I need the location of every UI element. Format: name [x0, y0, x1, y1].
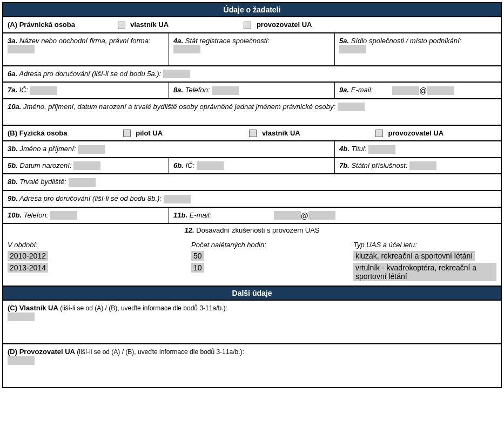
section-a-row: (A) Právnická osoba vlastník UA provozov…: [3, 17, 501, 33]
exp-col1-header: V období:: [8, 240, 191, 250]
field-10b: 10b. Telefon:: [3, 207, 169, 223]
field-10a: 10a. Jméno, příjmení, datum narození a t…: [3, 99, 501, 125]
exp-row1-type[interactable]: vrtulník - kvadrokoptéra, rekreační a sp…: [353, 263, 496, 281]
input-6a[interactable]: [163, 70, 190, 78]
exp-row1-hours[interactable]: 10: [191, 263, 204, 273]
input-9a-right[interactable]: [427, 86, 454, 95]
input-4b[interactable]: [368, 145, 395, 154]
section-a-title: (A) Právnická osoba: [8, 21, 75, 29]
applicant-header: Údaje o žadateli: [3, 3, 501, 17]
input-5a[interactable]: [339, 45, 366, 53]
section-d-note: (liší-li se od (A) / (B), uveďte informa…: [75, 348, 244, 356]
at-symbol: @: [419, 86, 427, 95]
exp-row0-hours[interactable]: 50: [191, 251, 204, 261]
input-9a-left[interactable]: [392, 86, 419, 95]
input-d[interactable]: [8, 356, 35, 365]
form-container: Údaje o žadateli (A) Právnická osoba vla…: [2, 2, 502, 388]
section-c-note: (liší-li se od (A) / (B), uveďte informa…: [58, 304, 227, 312]
field-4b: 4b. Titul:: [335, 141, 501, 158]
section-d-title: (D) Provozovatel UA: [8, 348, 75, 356]
experience-header: 12. Dosavadní zkušenosti s provozem UAS: [3, 223, 501, 236]
input-10b[interactable]: [50, 211, 77, 220]
experience-block: V období: Počet nalétaných hodin: Typ UA…: [3, 236, 501, 286]
checkbox-a-owner[interactable]: [118, 22, 125, 29]
other-header: Další údaje: [3, 286, 501, 300]
field-6a: 6a. Adresa pro doručování (liší-li se od…: [3, 66, 501, 82]
field-9a: 9a. E-mail: @: [335, 83, 501, 99]
checkbox-b-owner-label: vlastník UA: [262, 129, 300, 137]
input-5b[interactable]: [73, 161, 100, 170]
input-c[interactable]: [8, 312, 35, 321]
field-5a: 5a. Sídlo společnosti / místo podnikání:: [335, 33, 501, 65]
exp-row0-type[interactable]: kluzák, rekreační a sportovní létání: [353, 251, 475, 261]
input-6b[interactable]: [197, 161, 224, 170]
section-c: (C) Vlastník UA (liší-li se od (A) / (B)…: [3, 301, 501, 344]
input-3a[interactable]: [8, 45, 35, 53]
checkbox-a-operator[interactable]: [244, 22, 251, 29]
checkbox-b-operator-label: provozovatel UA: [388, 129, 444, 137]
input-8b[interactable]: [69, 178, 96, 187]
checkbox-b-pilot-label: pilot UA: [136, 129, 163, 137]
checkbox-b-pilot[interactable]: [123, 130, 131, 137]
field-4a: 4a. Stát registrace společnosti:: [169, 33, 335, 65]
input-9b[interactable]: [164, 195, 191, 203]
section-b-title: (B) Fyzická osoba: [8, 129, 68, 137]
checkbox-a-operator-label: provozovatel UA: [257, 21, 312, 29]
field-7a: 7a. IČ:: [3, 83, 169, 99]
field-8b: 8b. Trvalé bydliště:: [3, 174, 501, 191]
field-11b: 11b. E-mail: @: [169, 207, 501, 223]
exp-col2-header: Počet nalétaných hodin:: [191, 240, 353, 250]
input-11b-right[interactable]: [308, 211, 335, 220]
field-3a: 3a. Název nebo obchodní firma, právní fo…: [3, 33, 169, 65]
field-5b: 5b. Datum narození:: [3, 158, 169, 174]
input-3b[interactable]: [78, 145, 105, 154]
field-6b: 6b. IČ:: [169, 158, 335, 174]
at-symbol-2: @: [301, 211, 308, 220]
section-c-title: (C) Vlastník UA: [8, 304, 58, 312]
checkbox-b-operator[interactable]: [375, 130, 383, 137]
field-3b: 3b. Jméno a příjmení:: [3, 141, 335, 158]
input-4a[interactable]: [173, 45, 200, 53]
input-7b[interactable]: [409, 161, 436, 170]
input-11b-left[interactable]: [274, 211, 301, 220]
input-7a[interactable]: [30, 86, 57, 95]
exp-col3-header: Typ UAS a účel letu:: [353, 240, 496, 250]
input-8a[interactable]: [212, 86, 239, 95]
exp-row0-period[interactable]: 2010-2012: [8, 251, 48, 261]
section-b-row: (B) Fyzická osoba pilot UA vlastník UA p…: [3, 125, 501, 141]
section-d: (D) Provozovatel UA (liší-li se od (A) /…: [3, 344, 501, 388]
field-9b: 9b. Adresa pro doručování (liší-li se od…: [3, 191, 501, 207]
field-8a: 8a. Telefon:: [169, 83, 335, 99]
field-7b: 7b. Státní příslušnost:: [335, 158, 501, 174]
input-10a[interactable]: [338, 103, 365, 111]
checkbox-a-owner-label: vlastník UA: [130, 21, 169, 29]
exp-row1-period[interactable]: 2013-2014: [8, 263, 48, 273]
checkbox-b-owner[interactable]: [249, 130, 257, 137]
